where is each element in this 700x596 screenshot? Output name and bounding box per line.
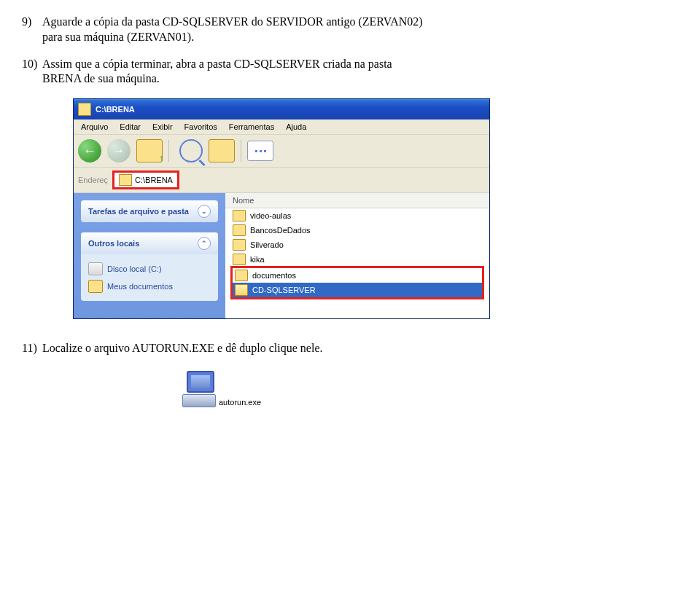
step-10-text-b: BRENA de sua máquina. — [22, 71, 678, 87]
sidebar-panel-tasks: Tarefas de arquivo e pasta ⌄ — [81, 200, 218, 222]
step-9-text-b: para sua máquina (ZERVAN01). — [22, 30, 678, 45]
toolbar: ← → — [74, 135, 489, 168]
computer-base-icon — [182, 394, 216, 407]
file-list: Nome video-aulas BancosDeDados Silverado… — [225, 193, 489, 318]
folder-row[interactable]: BancosDeDados — [225, 223, 489, 238]
sidebar-panel-locations-title: Outros locais — [88, 239, 139, 248]
highlighted-folder-group: documentos CD-SQLSERVER — [230, 266, 484, 299]
documents-icon — [88, 280, 103, 293]
back-button[interactable]: ← — [78, 139, 101, 162]
monitor-icon — [187, 371, 214, 393]
toolbar-separator — [168, 140, 169, 162]
folder-row[interactable]: video-aulas — [225, 208, 489, 223]
chevron-down-icon: ⌄ — [198, 205, 211, 218]
step-10: 10)Assim que a cópia terminar, abra a pa… — [22, 57, 678, 87]
menubar: Arquivo Editar Exibir Favoritos Ferramen… — [74, 119, 489, 135]
step-9: 9)Aguarde a cópia da pasta CD-SQLSERVER … — [22, 15, 678, 45]
menu-arquivo[interactable]: Arquivo — [81, 122, 108, 131]
folder-icon — [233, 254, 246, 265]
explorer-body: Tarefas de arquivo e pasta ⌄ Outros loca… — [74, 193, 489, 318]
folder-row[interactable]: Silverado — [225, 238, 489, 252]
folder-label: BancosDeDados — [250, 226, 311, 235]
address-folder-icon — [119, 174, 132, 186]
folders-button[interactable] — [209, 139, 235, 162]
search-icon[interactable] — [179, 139, 203, 162]
chevron-up-icon: ⌃ — [198, 237, 211, 250]
sidebar-item-label: Meus documentos — [107, 282, 173, 291]
step-9-text-a: Aguarde a cópia da pasta CD-SQLSERVER do… — [42, 15, 423, 28]
views-button[interactable] — [247, 141, 273, 161]
address-value: C:\BRENA — [135, 176, 173, 184]
addressbar: Endereç C:\BRENA — [74, 168, 489, 193]
autorun-label: autorun.exe — [217, 397, 262, 407]
forward-button[interactable]: → — [107, 139, 131, 162]
folder-row-cdsqlserver-selected[interactable]: CD-SQLSERVER — [233, 283, 482, 297]
titlebar: C:\BRENA — [74, 99, 489, 119]
autorun-exe-icon — [182, 371, 216, 407]
folder-label: Silverado — [250, 240, 284, 249]
folder-label: CD-SQLSERVER — [252, 286, 316, 294]
folder-icon — [235, 270, 248, 281]
folder-row-documentos[interactable]: documentos — [233, 268, 482, 283]
step-10-text-a: Assim que a cópia terminar, abra a pasta… — [42, 58, 392, 70]
folder-label: kika — [250, 255, 265, 264]
folder-label: documentos — [252, 271, 296, 280]
folder-label: video-aulas — [250, 211, 291, 220]
menu-ajuda[interactable]: Ajuda — [286, 122, 306, 131]
sidebar-panel-tasks-header[interactable]: Tarefas de arquivo e pasta ⌄ — [81, 200, 218, 222]
menu-exibir[interactable]: Exibir — [152, 122, 173, 131]
disk-icon — [88, 262, 103, 275]
sidebar-panel-locations-header[interactable]: Outros locais ⌃ — [81, 232, 218, 254]
toolbar-separator-2 — [241, 140, 241, 162]
step-11: 11)Localize o arquivo AUTORUN.EXE e dê d… — [22, 341, 678, 356]
folder-icon — [233, 210, 246, 221]
menu-ferramentas[interactable]: Ferramentas — [229, 122, 274, 131]
step-11-text: Localize o arquivo AUTORUN.EXE e dê dupl… — [42, 342, 322, 354]
sidebar-item-disk[interactable]: Disco local (C:) — [88, 260, 211, 278]
step-11-number: 11) — [22, 341, 42, 356]
folder-open-icon — [235, 284, 248, 296]
menu-editar[interactable]: Editar — [120, 122, 141, 131]
sidebar: Tarefas de arquivo e pasta ⌄ Outros loca… — [74, 193, 225, 318]
sidebar-panel-tasks-title: Tarefas de arquivo e pasta — [88, 207, 189, 216]
folder-row[interactable]: kika — [225, 252, 489, 267]
sidebar-panel-locations: Outros locais ⌃ Disco local (C:) Meus do… — [81, 232, 218, 301]
up-folder-button[interactable] — [136, 139, 163, 162]
titlebar-folder-icon — [78, 103, 91, 116]
folder-icon — [233, 239, 246, 251]
sidebar-item-docs[interactable]: Meus documentos — [88, 278, 211, 295]
step-9-number: 9) — [22, 15, 42, 30]
autorun-file[interactable]: autorun.exe — [182, 371, 678, 407]
step-10-number: 10) — [22, 57, 42, 72]
sidebar-panel-locations-content: Disco local (C:) Meus documentos — [81, 254, 218, 301]
sidebar-item-label: Disco local (C:) — [107, 264, 162, 273]
explorer-window: C:\BRENA Arquivo Editar Exibir Favoritos… — [73, 98, 490, 319]
column-header-nome[interactable]: Nome — [225, 193, 489, 208]
address-label: Endereç — [78, 176, 108, 184]
address-field-highlight[interactable]: C:\BRENA — [112, 170, 179, 189]
titlebar-text: C:\BRENA — [96, 105, 135, 114]
folder-icon — [233, 224, 246, 236]
menu-favoritos[interactable]: Favoritos — [184, 122, 217, 131]
